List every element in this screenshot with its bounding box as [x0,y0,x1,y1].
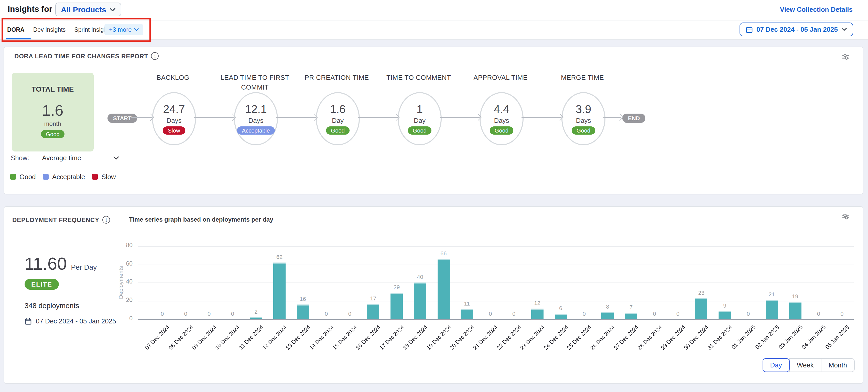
bar-value-label: 21 [762,292,782,298]
bar-value-label: 0 [574,311,594,317]
bar[interactable] [766,300,778,319]
flow-arrow [194,117,234,118]
total-time-box: TOTAL TIME 1.6 month Good [12,73,94,151]
bar-value-label: 0 [738,311,758,317]
stage-unit: Days [166,117,181,124]
stage-rating-badge: Good [326,126,350,134]
flow-arrow [440,117,479,118]
x-axis-line [138,319,854,320]
granularity-month-button[interactable]: Month [821,358,855,372]
bar[interactable] [461,309,473,319]
bar[interactable] [555,314,567,319]
stage-label: TIME TO COMMENT [380,73,457,82]
bar-value-label: 0 [480,311,500,317]
y-tick-label: 60 [111,260,132,266]
bar-value-label: 0 [504,311,524,317]
stage-unit: Day [332,117,344,124]
flow-arrow [358,117,398,118]
bar[interactable] [414,283,426,319]
legend-item: Good [10,173,36,181]
bar-value-label: 0 [316,311,337,317]
stage-value: 3.9 [576,103,591,116]
bar-value-label: 29 [386,284,407,290]
bar[interactable] [250,318,262,319]
stage-label: LEAD TIME TO FIRST COMMIT [216,73,293,92]
bar-value-label: 12 [527,300,548,306]
bar-value-label: 66 [433,250,454,257]
bar-value-label: 6 [551,305,571,311]
bar-value-label: 11 [457,301,477,307]
stage-circle: 1DayGood [398,92,442,145]
legend-item: Acceptable [43,173,85,181]
bar-value-label: 0 [222,311,243,317]
bar-value-label: 0 [644,311,665,317]
gridline [138,264,854,265]
stage-circle: 1.6DayGood [316,92,360,145]
bar[interactable] [601,312,614,319]
sliders-icon[interactable] [842,53,849,60]
stage-circle: 12.1DaysAcceptable [234,92,278,145]
date-range-picker[interactable]: 07 Dec 2024 - 05 Jan 2025 [740,23,853,36]
total-time-unit: month [44,120,61,127]
gridline [138,246,854,247]
gridline [138,283,854,283]
bar-value-label: 8 [597,303,618,309]
bar[interactable] [718,311,731,319]
gridline [138,301,854,301]
stage-circle: 24.7DaysSlow [152,92,196,145]
bar[interactable] [297,305,309,319]
stage-rating-badge: Good [408,126,432,134]
bar[interactable] [367,304,379,319]
flow-arrow [522,117,561,118]
tab-dora[interactable]: DORA [7,20,25,39]
stage-label: PR CREATION TIME [299,73,375,82]
tab-dev-insights[interactable]: Dev Insights [33,20,66,39]
top-bar: Insights for All Products View Collectio… [0,0,868,39]
lead-time-card: DORA LEAD TIME FOR CHANGES REPORT TOTAL … [4,47,863,194]
info-icon[interactable] [151,52,159,60]
flow-arrow [276,117,316,118]
bar[interactable] [695,298,708,319]
bar[interactable] [625,313,637,319]
bar-value-label: 62 [269,254,290,260]
stage-value: 4.4 [494,103,509,116]
bar-value-label: 7 [621,304,641,310]
page-title: Insights for [8,5,52,14]
more-tabs-button[interactable]: +3 more [104,24,144,35]
stage-unit: Day [414,117,426,124]
bar[interactable] [273,263,286,319]
flow-arrow [603,117,621,118]
total-time-value: 1.6 [42,102,63,119]
header-row: Insights for All Products View Collectio… [0,0,868,21]
product-selector[interactable]: All Products [55,3,122,17]
legend-swatch [43,174,49,180]
stage-rating-badge: Good [490,126,514,134]
bar-value-label: 0 [832,311,852,317]
more-tabs-label: +3 more [109,26,132,33]
bar-value-label: 23 [691,290,712,296]
date-range-label: 07 Dec 2024 - 05 Jan 2025 [756,26,838,33]
legend-swatch [92,174,98,180]
bar[interactable] [391,293,403,319]
stage-circle: 4.4DaysGood [479,92,524,145]
total-rating-badge: Good [41,130,65,138]
stage-label: BACKLOG [134,73,211,82]
bar-value-label: 9 [714,302,735,309]
tabs-row: DORADev InsightsSprint Insights +3 more … [0,20,868,40]
bar[interactable] [789,302,801,319]
show-selector[interactable]: Show: Average time [11,154,119,162]
bar[interactable] [531,308,544,319]
legend-swatch [10,174,16,180]
bar-value-label: 0 [340,311,360,317]
show-label: Show: [11,154,29,162]
view-collection-details-link[interactable]: View Collection Details [780,6,852,13]
stage-unit: Days [248,117,263,124]
bar-value-label: 17 [363,295,383,301]
granularity-day-button[interactable]: Day [762,358,789,372]
lead-time-card-header: DORA LEAD TIME FOR CHANGES REPORT [14,52,159,60]
arrow-head-icon [616,114,623,121]
report-tabs: DORADev InsightsSprint Insights [7,20,112,39]
bar[interactable] [437,259,450,319]
bar-value-label: 19 [785,293,805,299]
granularity-week-button[interactable]: Week [789,358,822,372]
